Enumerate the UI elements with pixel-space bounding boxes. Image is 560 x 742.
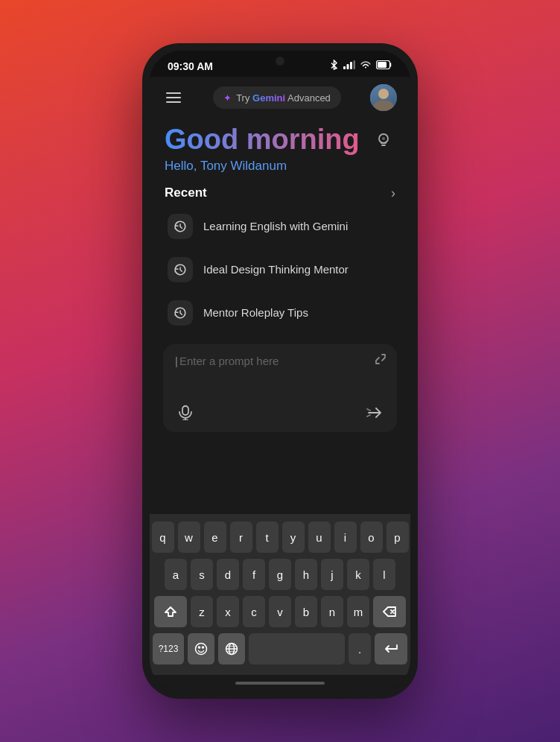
- svg-rect-4: [350, 62, 352, 69]
- signal-icon: [343, 60, 355, 72]
- status-icons: [329, 60, 392, 72]
- key-f[interactable]: f: [243, 559, 265, 590]
- svg-rect-5: [354, 60, 356, 69]
- key-s[interactable]: s: [191, 559, 213, 590]
- history-icon-1: [168, 257, 193, 282]
- recent-items-list: Learning English with Gemini Ideal Desig…: [165, 206, 395, 334]
- expand-button[interactable]: [375, 353, 386, 368]
- recent-header: Recent ›: [165, 186, 395, 201]
- recent-item-label-2: Mentor Roleplay Tips: [203, 306, 308, 319]
- badge-star-icon: ✦: [223, 92, 232, 104]
- user-avatar[interactable]: [370, 84, 397, 111]
- key-r[interactable]: r: [230, 521, 252, 553]
- svg-rect-3: [347, 64, 349, 69]
- history-icon-2: [168, 300, 193, 326]
- gemini-advanced-badge[interactable]: ✦ Try Gemini Advanced: [213, 86, 341, 109]
- key-z[interactable]: z: [191, 596, 213, 627]
- recent-item-label-0: Learning English with Gemini: [203, 220, 348, 232]
- greeting-section: Good morning Hello, Tony Wildanum: [150, 117, 410, 180]
- key-a[interactable]: a: [165, 559, 187, 590]
- history-icon-0: [168, 214, 193, 239]
- recent-arrow-button[interactable]: ›: [391, 186, 395, 201]
- prompt-placeholder: Enter a prompt here: [179, 355, 279, 367]
- key-y[interactable]: y: [282, 521, 305, 553]
- greeting-text-block: Good morning Hello, Tony Wildanum: [165, 124, 360, 174]
- key-o[interactable]: o: [360, 521, 383, 553]
- recent-item-label-1: Ideal Design Thinking Mentor: [203, 263, 349, 276]
- phone-screen: 09:30 AM: [150, 51, 410, 691]
- key-g[interactable]: g: [269, 559, 291, 590]
- key-v[interactable]: v: [269, 596, 291, 627]
- period-key[interactable]: .: [349, 633, 371, 665]
- keyboard-row-4: ?123: [153, 633, 407, 665]
- shift-key[interactable]: [154, 596, 187, 627]
- home-indicator: [235, 682, 325, 685]
- phone-outer: 09:30 AM: [142, 43, 418, 699]
- numbers-key[interactable]: ?123: [153, 633, 184, 665]
- recent-section: Recent › Learning English with Gemini: [150, 180, 410, 337]
- notch-dot: [276, 57, 284, 66]
- battery-icon: [376, 60, 392, 72]
- key-n[interactable]: n: [321, 596, 343, 627]
- app-content: ✦ Try Gemini Advanced Good morning Hell: [150, 77, 410, 514]
- key-d[interactable]: d: [217, 559, 239, 590]
- mic-button[interactable]: [175, 402, 196, 423]
- svg-rect-7: [378, 62, 386, 68]
- prompt-toolbar: [175, 402, 385, 423]
- key-p[interactable]: p: [386, 521, 409, 553]
- wifi-icon: [360, 60, 372, 72]
- key-w[interactable]: w: [178, 521, 200, 553]
- key-m[interactable]: m: [347, 596, 369, 627]
- key-t[interactable]: t: [256, 521, 279, 553]
- recent-item-1[interactable]: Ideal Design Thinking Mentor: [165, 249, 395, 291]
- emoji-key[interactable]: [188, 633, 214, 665]
- recent-item-2[interactable]: Mentor Roleplay Tips: [165, 292, 395, 334]
- keyboard-row-1: q w e r t y u i o p: [153, 521, 407, 553]
- key-i[interactable]: i: [334, 521, 357, 553]
- top-bar: ✦ Try Gemini Advanced: [150, 77, 410, 117]
- menu-button[interactable]: [163, 89, 184, 106]
- key-j[interactable]: j: [321, 559, 343, 590]
- key-e[interactable]: e: [204, 521, 226, 553]
- send-button[interactable]: [364, 402, 385, 423]
- home-bar: [150, 675, 410, 691]
- notch: [235, 51, 325, 72]
- svg-point-15: [203, 647, 204, 648]
- key-l[interactable]: l: [373, 559, 395, 590]
- status-time: 09:30 AM: [168, 60, 213, 72]
- recent-item-0[interactable]: Learning English with Gemini: [165, 206, 395, 247]
- key-c[interactable]: c: [243, 596, 265, 627]
- globe-key[interactable]: [218, 633, 245, 665]
- svg-point-9: [382, 137, 385, 140]
- greeting-main: Good morning: [165, 124, 360, 156]
- bulb-icon[interactable]: [372, 129, 395, 153]
- bluetooth-icon: [329, 60, 339, 72]
- svg-point-14: [199, 647, 200, 648]
- keyboard-row-3: z x c v b n m: [153, 596, 407, 627]
- keyboard: q w e r t y u i o p a s d f g h j k: [150, 514, 410, 675]
- key-k[interactable]: k: [347, 559, 369, 590]
- svg-rect-2: [343, 66, 346, 69]
- key-q[interactable]: q: [152, 521, 174, 553]
- key-u[interactable]: u: [308, 521, 331, 553]
- badge-label: Try Gemini Advanced: [236, 91, 331, 104]
- key-h[interactable]: h: [295, 559, 317, 590]
- prompt-area: | Enter a prompt here: [163, 344, 397, 432]
- prompt-input-wrapper: | Enter a prompt here: [175, 355, 385, 392]
- key-b[interactable]: b: [295, 596, 317, 627]
- enter-key[interactable]: [375, 633, 407, 665]
- backspace-key[interactable]: [373, 596, 406, 627]
- recent-title: Recent: [165, 186, 207, 200]
- key-x[interactable]: x: [217, 596, 239, 627]
- space-key[interactable]: [249, 633, 345, 665]
- greeting-sub: Hello, Tony Wildanum: [165, 159, 360, 174]
- keyboard-row-2: a s d f g h j k l: [153, 559, 407, 590]
- svg-rect-10: [182, 406, 188, 415]
- cursor-indicator: |: [175, 355, 178, 367]
